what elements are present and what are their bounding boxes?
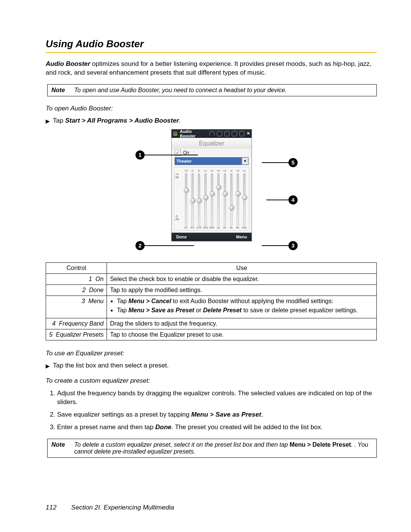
softkey-bar: Done Menu: [172, 233, 252, 241]
slider-value: +2: [234, 169, 241, 173]
slider-value: 0: [189, 169, 196, 173]
eq-slider[interactable]: [183, 173, 189, 225]
slider-value: +1: [202, 169, 209, 173]
callout-2: 2: [135, 241, 145, 250]
eq-slider[interactable]: [241, 173, 247, 225]
battery-icon: [239, 131, 244, 136]
callout-4: 4: [288, 195, 298, 204]
status-icon-1: [217, 131, 222, 136]
control-name: 5 Equalizer Presets: [46, 329, 107, 340]
phone-frame: Audio Booster ✕ Equalizer ✓ On Theater ▼…: [171, 129, 252, 241]
chevron-down-icon[interactable]: ▼: [242, 158, 248, 165]
slider-value: +3: [183, 169, 189, 173]
equalizer-area: +6 dB -6 dB +300+1+2+4+2-2+2+1 326412525…: [174, 167, 249, 230]
control-use: Tap to apply the modified settings.: [107, 284, 377, 296]
eq-slider[interactable]: [189, 173, 196, 225]
on-checkbox-row[interactable]: ✓ On: [172, 148, 252, 157]
signal-icon: [225, 131, 229, 136]
slider-value: +1: [241, 169, 247, 173]
app-title: Audio Booster: [180, 129, 207, 138]
volume-icon: [232, 131, 237, 136]
scale-top-label: +6 dB: [175, 173, 179, 179]
page-number: 112: [46, 504, 56, 511]
list-item: Save equalizer settings as a preset by t…: [57, 411, 377, 419]
headphone-icon: [210, 131, 215, 136]
callout-1-leader: [145, 155, 198, 155]
freq-label: 125: [196, 226, 202, 229]
freq-label: 250: [202, 226, 209, 229]
done-softkey[interactable]: Done: [176, 235, 187, 239]
slider-value: +4: [215, 169, 221, 173]
slider-knob[interactable]: [236, 191, 241, 197]
freq-label: 16k: [241, 226, 247, 229]
slider-knob[interactable]: [184, 188, 189, 193]
table-row: 3 MenuTap Menu > Cancel to exit Audio Bo…: [46, 296, 377, 318]
bullet-icon: ▶: [46, 362, 50, 370]
slider-value: 0: [196, 169, 202, 173]
note-label: Note: [51, 441, 68, 455]
slider-value-row: +300+1+2+4+2-2+2+1: [176, 169, 247, 173]
control-name: 3 Menu: [46, 296, 107, 318]
phone-titlebar: Audio Booster ✕: [172, 129, 252, 138]
page-footer: 112 Section 2I. Experiencing Multimedia: [46, 504, 174, 511]
slider-knob[interactable]: [190, 198, 196, 203]
preset-dropdown[interactable]: Theater ▼: [175, 157, 249, 165]
table-row: 5 Equalizer PresetsTap to choose the Equ…: [46, 329, 377, 340]
callout-3: 3: [288, 241, 298, 250]
eq-slider[interactable]: [234, 173, 241, 225]
frequency-label-row: 32641252505001k2k4k8k16k: [176, 226, 247, 229]
eq-slider[interactable]: [221, 173, 228, 225]
eq-slider[interactable]: [202, 173, 209, 225]
slider-knob[interactable]: [223, 191, 228, 197]
slider-knob[interactable]: [197, 198, 202, 203]
menu-softkey[interactable]: Menu: [236, 235, 247, 239]
slider-knob[interactable]: [210, 191, 215, 197]
table-header-use: Use: [107, 262, 377, 273]
freq-label: 8k: [234, 226, 241, 229]
eq-slider[interactable]: [209, 173, 215, 225]
section-label: Section 2I. Experiencing Multimedia: [71, 504, 174, 511]
slider-knob[interactable]: [203, 195, 209, 200]
freq-label: 1k: [215, 226, 221, 229]
callout-5-leader: [262, 162, 288, 163]
scale-bot-label: -6 dB: [175, 215, 179, 221]
callout-3-leader: [262, 245, 288, 246]
use-preset-step: ▶ Tap the list box and then select a pre…: [46, 362, 377, 370]
close-icon[interactable]: ✕: [247, 131, 250, 136]
eq-slider[interactable]: [228, 173, 234, 225]
create-heading: To create a custom equalizer preset:: [46, 377, 377, 385]
equalizer-heading: Equalizer: [172, 138, 252, 148]
callout-1: 1: [135, 150, 145, 160]
slider-knob[interactable]: [242, 195, 247, 200]
note-label: Note: [51, 87, 68, 94]
control-use: Select the check box to enable or disabl…: [107, 273, 377, 284]
slider-knob[interactable]: [229, 205, 234, 211]
note-text: To delete a custom equalizer preset, sel…: [74, 441, 373, 455]
preset-value: Theater: [177, 159, 192, 163]
create-steps-list: Adjust the frequency bands by dragging t…: [46, 389, 377, 432]
title-rule: [46, 52, 377, 53]
note-box-2: Note To delete a custom equalizer preset…: [47, 439, 377, 458]
table-row: 2 DoneTap to apply the modified settings…: [46, 284, 377, 296]
list-item: Tap Menu > Save as Preset or Delete Pres…: [117, 307, 373, 314]
slider-value: -2: [228, 169, 234, 173]
device-screenshot: Audio Booster ✕ Equalizer ✓ On Theater ▼…: [46, 129, 377, 255]
use-preset-heading: To use an Equalizer preset:: [46, 350, 377, 357]
eq-slider[interactable]: [215, 173, 221, 225]
control-use: Drag the sliders to adjust the frequency…: [107, 318, 377, 329]
control-use: Tap to choose the Equalizer preset to us…: [107, 329, 377, 340]
open-step: ▶ Tap Start > All Programs > Audio Boost…: [46, 117, 377, 125]
list-item: Tap Menu > Cancel to exit Audio Booster …: [117, 298, 373, 305]
controls-table: Control Use 1 OnSelect the check box to …: [46, 262, 377, 340]
slider-bank[interactable]: [176, 173, 247, 226]
eq-slider[interactable]: [196, 173, 202, 225]
list-item: Adjust the frequency bands by dragging t…: [57, 389, 377, 407]
callout-4-leader: [266, 200, 288, 200]
slider-value: +2: [209, 169, 215, 173]
page-title: Using Audio Booster: [46, 38, 377, 50]
freq-label: 64: [189, 226, 196, 229]
freq-label: 4k: [228, 226, 234, 229]
control-name: 1 On: [46, 273, 107, 284]
callout-5: 5: [288, 158, 298, 167]
slider-knob[interactable]: [216, 185, 221, 190]
